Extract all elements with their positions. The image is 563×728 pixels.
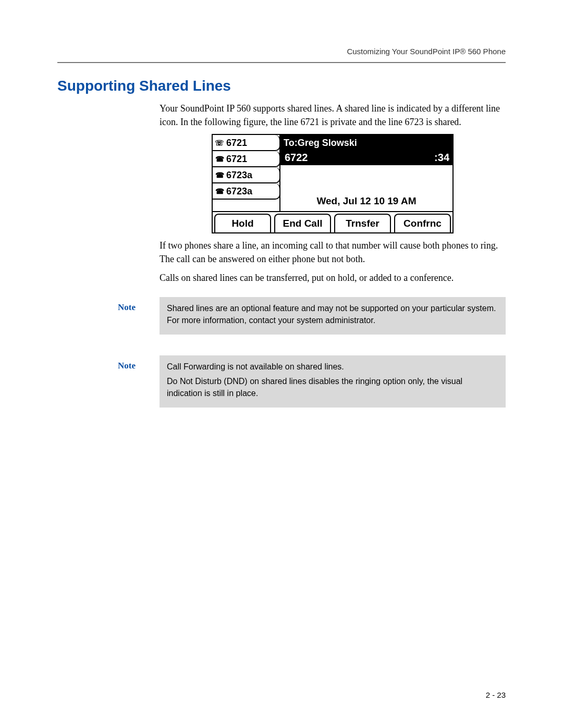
header-rule (57, 62, 506, 63)
phone-line-3: ☎ 6723a (213, 167, 280, 183)
phone-icon: ☎ (215, 171, 224, 179)
note-block-2: Note Call Forwarding is not available on… (118, 355, 506, 408)
phone-icon: ☎ (215, 187, 224, 195)
call-timer: :34 (421, 150, 452, 165)
softkey-transfer: Trnsfer (334, 214, 391, 232)
note-text: Shared lines are an optional feature and… (167, 302, 498, 326)
phone-line-label: 6721 (226, 136, 247, 150)
phone-line-4: ☎ 6723a (213, 183, 280, 200)
note-label: Note (118, 297, 160, 335)
phone-line-1: ☏ 6721 (213, 135, 280, 151)
body-text: Your SoundPoint IP 560 supports shared l… (160, 102, 506, 285)
section-heading: Supporting Shared Lines (57, 78, 506, 94)
call-number-row: 6722 :34 (280, 150, 452, 165)
call-to-label: To:Greg Slowski (280, 135, 452, 150)
phone-icon: ☎ (215, 155, 224, 163)
note-text: Call Forwarding is not available on shar… (167, 361, 498, 373)
phone-line-label: 6723a (226, 184, 252, 198)
note-content: Shared lines are an optional feature and… (160, 297, 506, 335)
note-content: Call Forwarding is not available on shar… (160, 355, 506, 408)
softkey-endcall: End Call (274, 214, 331, 232)
phone-info-column: To:Greg Slowski 6722 :34 Wed, Jul 12 10 … (280, 135, 452, 211)
phone-info-spacer (280, 165, 452, 191)
note-label: Note (118, 355, 160, 408)
softkey-row: Hold End Call Trnsfer Confrnc (213, 211, 452, 232)
running-header: Customizing Your SoundPoint IP® 560 Phon… (57, 47, 506, 56)
paragraph-2: If two phones share a line, an incoming … (160, 239, 506, 266)
softkey-hold: Hold (214, 214, 271, 232)
phone-lines-column: ☏ 6721 ☎ 6721 ☎ 6723a ☎ 6723a (213, 135, 280, 211)
document-page: Customizing Your SoundPoint IP® 560 Phon… (0, 0, 563, 728)
paragraph-3: Calls on shared lines can be transferred… (160, 271, 506, 285)
page-number: 2 - 23 (486, 690, 506, 699)
phone-top-area: ☏ 6721 ☎ 6721 ☎ 6723a ☎ 6723a (213, 135, 452, 211)
softkey-confrnc: Confrnc (394, 214, 451, 232)
phone-line-label: 6721 (226, 152, 247, 166)
phone-screen-figure: ☏ 6721 ☎ 6721 ☎ 6723a ☎ 6723a (212, 134, 454, 233)
phone-datetime: Wed, Jul 12 10 19 AM (280, 192, 452, 212)
phone-line-label: 6723a (226, 168, 252, 182)
note-text: Do Not Disturb (DND) on shared lines dis… (167, 375, 498, 399)
shared-line-icon: ☏ (215, 139, 224, 147)
paragraph-1: Your SoundPoint IP 560 supports shared l… (160, 102, 506, 129)
note-block-1: Note Shared lines are an optional featur… (118, 297, 506, 335)
phone-line-2: ☎ 6721 (213, 151, 280, 167)
call-number: 6722 (280, 150, 421, 165)
